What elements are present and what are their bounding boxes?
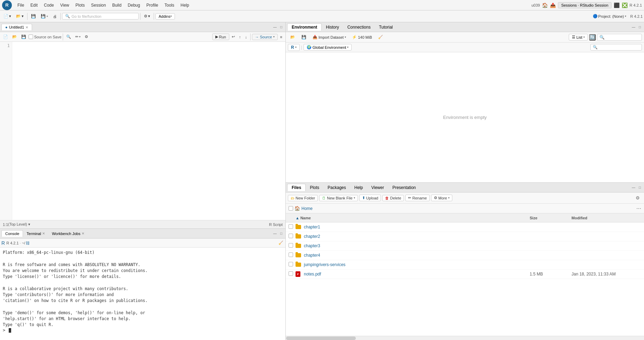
editor-extra-btn[interactable]: ≡ xyxy=(278,34,284,40)
editor-open-btn[interactable]: 📂 xyxy=(10,34,19,40)
file-checkbox-notes[interactable] xyxy=(289,271,296,277)
source-on-save-checkbox[interactable] xyxy=(29,35,33,39)
console-maximize-btn[interactable]: □ xyxy=(278,231,284,236)
files-maximize-btn[interactable]: □ xyxy=(637,185,643,190)
editor-tab-close[interactable]: ✕ xyxy=(25,25,28,29)
menu-edit[interactable]: Edit xyxy=(28,2,40,8)
env-search-right-input[interactable] xyxy=(598,45,639,50)
menu-plots[interactable]: Plots xyxy=(73,2,88,8)
editor-new-doc-btn[interactable]: 📄 xyxy=(1,34,10,40)
terminal-tab-close[interactable]: ✕ xyxy=(42,232,45,235)
console-content[interactable]: Platform: x86_64-pc-linux-gnu (64-bit) R… xyxy=(0,248,285,340)
breadcrumb-extra[interactable]: ⋯ xyxy=(636,206,641,211)
files-tab-presentation[interactable]: Presentation xyxy=(388,184,420,191)
code-editor[interactable] xyxy=(12,42,285,220)
file-name-notes[interactable]: notes.pdf xyxy=(304,272,530,277)
file-name-chapter3[interactable]: chapter3 xyxy=(304,243,530,248)
source-on-save-label[interactable]: Source on Save xyxy=(29,35,61,39)
files-tab-files[interactable]: Files xyxy=(287,184,306,191)
files-tab-help[interactable]: Help xyxy=(350,184,367,191)
source-button[interactable]: → Source ▾ xyxy=(252,34,278,40)
run-up-btn[interactable]: ↑ xyxy=(237,34,243,40)
project-dropdown[interactable]: 🔵 Project: (None) ▾ xyxy=(591,13,628,20)
console-minimize-btn[interactable]: — xyxy=(272,231,278,236)
file-checkbox-chapter3[interactable] xyxy=(289,243,296,249)
clear-console-btn[interactable]: 🧹 xyxy=(278,240,284,246)
menu-file[interactable]: File xyxy=(15,2,27,8)
workbench-tab-close[interactable]: ✕ xyxy=(82,232,84,235)
header-modified[interactable]: Modified xyxy=(572,216,641,220)
addins-button[interactable]: Addins ▾ xyxy=(155,13,175,20)
console-tab-terminal[interactable]: Terminal ✕ xyxy=(23,231,48,237)
breadcrumb-checkbox[interactable] xyxy=(289,206,293,211)
env-tab-tutorial[interactable]: Tutorial xyxy=(375,24,397,31)
more-btn[interactable]: ⚙ More ▾ xyxy=(431,195,452,201)
load-workspace-btn[interactable]: 📂 xyxy=(288,34,298,40)
import-dataset-btn[interactable]: 📥 Import Dataset ▾ xyxy=(310,34,348,40)
workspace-btn[interactable]: ⚙ ▾ xyxy=(142,13,152,20)
broom-btn[interactable]: 🧹 xyxy=(376,34,385,40)
print-btn[interactable]: 🖨 xyxy=(51,13,59,20)
menu-debug[interactable]: Debug xyxy=(125,2,143,8)
file-name-chapter1[interactable]: chapter1 xyxy=(304,225,530,229)
global-env-btn[interactable]: 🌍 Global Environment ▾ xyxy=(304,44,352,51)
editor-maximize-btn[interactable]: □ xyxy=(278,24,284,30)
file-name-chapter2[interactable]: chapter2 xyxy=(304,234,530,239)
editor-content[interactable]: 1 xyxy=(0,42,285,220)
env-tab-environment[interactable]: Environment xyxy=(287,23,322,31)
new-blank-file-btn[interactable]: 🗒 New Blank File ▾ xyxy=(319,195,358,201)
home-label[interactable]: Home xyxy=(301,206,313,211)
editor-compile-btn[interactable]: ⚙ xyxy=(83,34,90,40)
menu-view[interactable]: View xyxy=(58,2,72,8)
file-checkbox-chapter1[interactable] xyxy=(289,224,296,230)
r-selector-btn[interactable]: R ▾ xyxy=(288,44,300,51)
env-search-input[interactable] xyxy=(605,35,639,39)
delete-btn[interactable]: 🗑 Delete xyxy=(382,195,404,201)
file-name-jumpingrivers[interactable]: jumpingrivers-services xyxy=(304,262,530,267)
editor-tab-untitled1[interactable]: ● Untitled1 ✕ xyxy=(1,24,32,30)
editor-code-tools-btn[interactable]: ✏ ▾ xyxy=(74,34,82,40)
editor-minimize-btn[interactable]: — xyxy=(272,24,278,30)
files-panel-extra[interactable]: ⚙ xyxy=(634,195,642,201)
files-minimize-btn[interactable]: — xyxy=(631,185,636,190)
rename-btn[interactable]: ✏ Rename xyxy=(405,195,430,201)
menu-profile[interactable]: Profile xyxy=(144,2,161,8)
menu-session[interactable]: Session xyxy=(88,2,109,8)
save-btn[interactable]: 💾 xyxy=(29,13,38,20)
list-dropdown-btn[interactable]: ☰ List ▾ xyxy=(569,34,588,40)
env-tab-history[interactable]: History xyxy=(322,24,343,31)
header-size[interactable]: Size xyxy=(530,216,572,220)
new-folder-btn[interactable]: 🗁 New Folder xyxy=(288,195,318,201)
files-tab-packages[interactable]: Packages xyxy=(323,184,350,191)
run-button[interactable]: ▶ Run xyxy=(212,33,229,40)
file-checkbox-jumpingrivers[interactable] xyxy=(289,262,296,267)
file-checkbox-chapter2[interactable] xyxy=(289,234,296,239)
console-tab-console[interactable]: Console xyxy=(1,230,23,237)
scrollbar-thumb[interactable] xyxy=(286,337,356,340)
level-dropdown[interactable]: ▾ xyxy=(28,222,30,226)
env-maximize-btn[interactable]: □ xyxy=(637,24,643,30)
console-tab-workbench[interactable]: Workbench Jobs ✕ xyxy=(48,231,88,237)
menu-help[interactable]: Help xyxy=(178,2,192,8)
open-file-btn[interactable]: 📂 ▾ xyxy=(14,13,26,20)
save-workspace-btn[interactable]: 💾 xyxy=(299,34,309,40)
editor-save-btn[interactable]: 💾 xyxy=(20,34,28,40)
menu-code[interactable]: Code xyxy=(41,2,57,8)
header-name[interactable]: ▲ Name xyxy=(296,216,530,220)
run-down-btn[interactable]: ↓ xyxy=(243,34,249,40)
files-tab-viewer[interactable]: Viewer xyxy=(367,184,388,191)
console-path-link[interactable]: ⛓ xyxy=(26,241,30,245)
env-refresh-btn[interactable]: 🔄 xyxy=(589,34,596,40)
save-all-btn[interactable]: 💾+ xyxy=(39,13,50,20)
editor-search-btn[interactable]: 🔍 xyxy=(64,34,73,40)
menu-build[interactable]: Build xyxy=(109,2,124,8)
go-to-file-input[interactable]: 🔍 Go to file/function xyxy=(62,13,139,20)
new-file-btn[interactable]: 📄 ▾ xyxy=(1,13,13,20)
menu-tools[interactable]: Tools xyxy=(162,2,177,8)
files-horizontal-scrollbar[interactable] xyxy=(286,336,644,340)
sessions-button[interactable]: Sessions · RStudio Session xyxy=(558,2,611,8)
run-prev-btn[interactable]: ↩ xyxy=(230,34,237,40)
env-minimize-btn[interactable]: — xyxy=(631,24,636,30)
env-tab-connections[interactable]: Connections xyxy=(343,24,375,31)
upload-btn[interactable]: ⬆ Upload xyxy=(359,195,381,201)
